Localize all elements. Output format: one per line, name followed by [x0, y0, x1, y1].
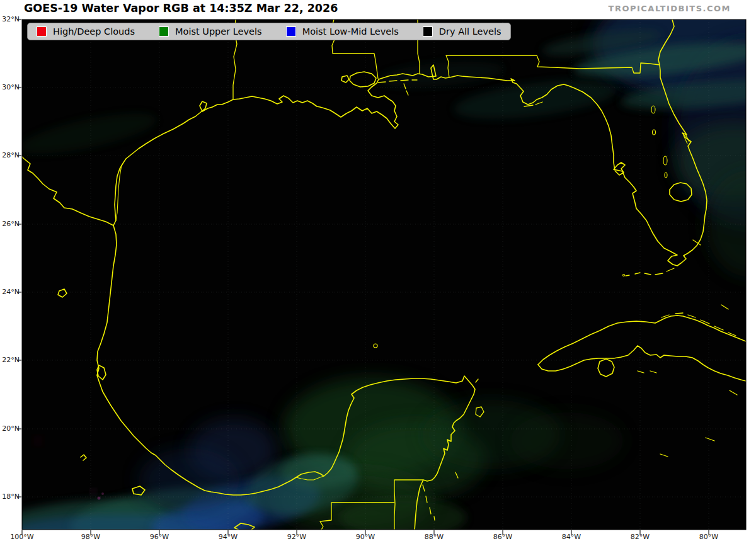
lon-label: 88°W [415, 533, 453, 541]
page-title: GOES-19 Water Vapor RGB at 14:35Z Mar 22… [24, 2, 338, 14]
lon-label: 96°W [140, 533, 178, 541]
lat-label: 32°N [0, 15, 20, 23]
legend-label: Moist Upper Levels [175, 26, 262, 37]
lon-label: 82°W [621, 533, 659, 541]
legend-label: High/Deep Clouds [53, 26, 135, 37]
legend-item-dry: Dry All Levels [423, 26, 501, 37]
gulf-satellite-map [0, 0, 756, 546]
lon-label: 80°W [690, 533, 728, 541]
lon-label: 92°W [278, 533, 316, 541]
lon-label: 98°W [72, 533, 110, 541]
red-swatch-icon [37, 26, 47, 37]
legend-item-moist-upper: Moist Upper Levels [159, 26, 262, 37]
legend-item-high-deep-clouds: High/Deep Clouds [37, 26, 135, 37]
blue-swatch-icon [286, 26, 296, 37]
lat-label: 20°N [0, 424, 20, 433]
lat-label: 26°N [0, 220, 20, 228]
lon-label: 100°W [3, 533, 41, 541]
legend-label: Dry All Levels [439, 26, 501, 37]
watermark: TROPICALTIDBITS.COM [609, 4, 731, 13]
lat-label: 22°N [0, 356, 20, 364]
lon-label: 86°W [484, 533, 522, 541]
legend-label: Moist Low-Mid Levels [302, 26, 399, 37]
lon-label: 94°W [209, 533, 247, 541]
lon-label: 84°W [553, 533, 590, 541]
legend: High/Deep Clouds Moist Upper Levels Mois… [27, 23, 511, 40]
lat-label: 18°N [0, 492, 20, 501]
lat-label: 28°N [0, 151, 20, 159]
satellite-map-frame: GOES-19 Water Vapor RGB at 14:35Z Mar 22… [0, 0, 756, 546]
legend-item-moist-low-mid: Moist Low-Mid Levels [286, 26, 399, 37]
green-swatch-icon [159, 26, 169, 37]
lat-label: 30°N [0, 83, 20, 91]
lat-label: 24°N [0, 288, 20, 296]
lon-label: 90°W [346, 533, 384, 541]
black-swatch-icon [423, 26, 433, 37]
